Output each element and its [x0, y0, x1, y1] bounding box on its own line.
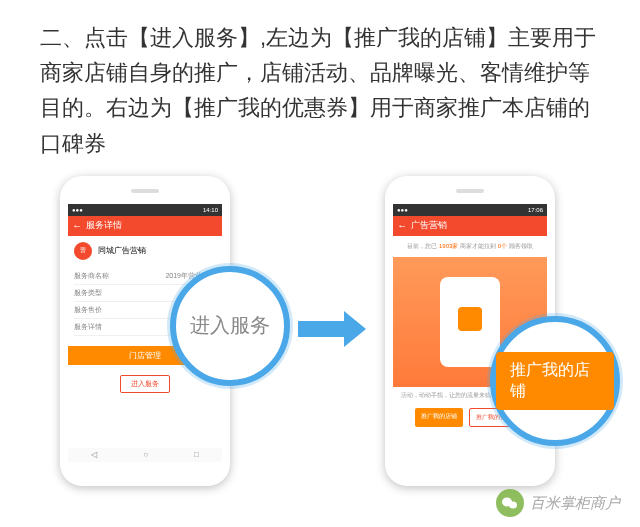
enter-service-button[interactable]: 进入服务 [120, 375, 170, 393]
status-time: 17:06 [528, 207, 543, 213]
illustration-area: ●●● 14:10 ← 服务详情 营 同城广告营销 服务商名称2019年营业管理… [0, 171, 640, 511]
service-icon: 营 [74, 242, 92, 260]
watermark-text: 百米掌柜商户 [530, 494, 620, 513]
nav-title: 广告营销 [411, 219, 447, 232]
phone-illustration-icon [440, 277, 500, 367]
nav-recent-icon[interactable]: □ [194, 450, 199, 459]
arrow-icon [298, 311, 366, 347]
callout-promote-shop: 推广我的店铺 [490, 316, 620, 446]
svg-point-1 [509, 502, 517, 509]
nav-bar: ← 广告营销 [393, 216, 547, 236]
nav-back-icon[interactable]: ◁ [91, 450, 97, 459]
android-nav-bar: ◁ ○ □ [68, 448, 222, 462]
nav-title: 服务详情 [86, 219, 122, 232]
status-bar: ●●● 17:06 [393, 204, 547, 216]
service-name: 同城广告营销 [98, 245, 146, 256]
wechat-icon [496, 489, 524, 517]
status-icons: ●●● [72, 207, 83, 213]
watermark: 百米掌柜商户 [496, 489, 620, 517]
status-bar: ●●● 14:10 [68, 204, 222, 216]
back-icon[interactable]: ← [397, 220, 407, 231]
instruction-text: 二、点击【进入服务】,左边为【推广我的店铺】主要用于商家店铺自身的推广，店铺活动… [0, 0, 640, 171]
status-time: 14:10 [203, 207, 218, 213]
banner-text: 目前，您已 1903家 商家才能拉到 0个 顾客领取 [393, 236, 547, 257]
callout-button: 推广我的店铺 [496, 352, 614, 410]
status-icons: ●●● [397, 207, 408, 213]
service-header: 营 同城广告营销 [68, 236, 222, 266]
back-icon[interactable]: ← [72, 220, 82, 231]
callout-text: 进入服务 [190, 312, 270, 339]
nav-home-icon[interactable]: ○ [143, 450, 148, 459]
nav-bar: ← 服务详情 [68, 216, 222, 236]
callout-enter-service: 进入服务 [170, 266, 290, 386]
promote-shop-button[interactable]: 推广我的店铺 [415, 408, 463, 427]
